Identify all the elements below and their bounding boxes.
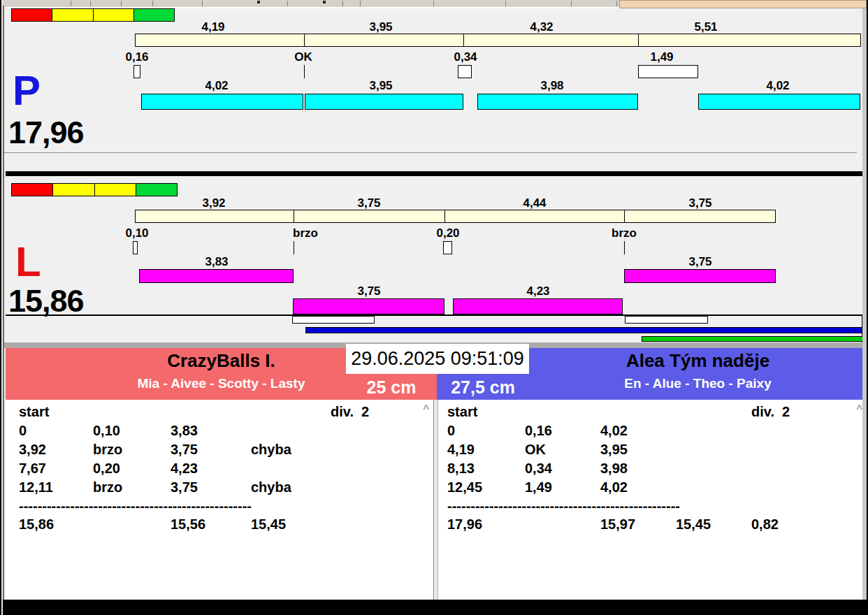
toolbar-separator [571, 1, 572, 6]
toolbar-separator [433, 1, 434, 6]
traffic-light-segment [11, 183, 53, 196]
changeover-outline-rect [625, 316, 708, 324]
dog-run-bar [139, 269, 294, 283]
changeover-marker [443, 241, 452, 254]
scroll-up-icon[interactable]: ^ [856, 403, 862, 414]
lane-total: 15,86 [8, 285, 84, 317]
toolbar-text-remnant [323, 1, 326, 3]
table-cell: 15,56 [171, 516, 205, 532]
dog-time-label: 3,75 [357, 285, 380, 297]
results-table-right: ^ startdiv. 200,164,024,19OK3,958,130,34… [438, 400, 867, 600]
table-cell: 17,96 [447, 516, 482, 532]
changeover-marker [638, 65, 698, 78]
table-cell: 15,86 [19, 516, 54, 532]
jump-height-left: 25 cm [346, 377, 437, 398]
lane-divider [6, 171, 864, 176]
team-name-right: Alea Tým naděje [529, 350, 867, 372]
toolbar-separator [71, 1, 71, 6]
toolbar-separator [121, 1, 122, 6]
lane-total: 17,96 [8, 117, 84, 148]
traffic-light-segment [136, 183, 178, 196]
lane-panel-P: 4,193,954,325,510,16OK0,341,494,023,953,… [0, 7, 868, 171]
changeover-label: 0,20 [436, 227, 459, 239]
dog-run-bar [293, 298, 444, 314]
margin-bar [642, 336, 868, 342]
dog-time-label: 4,02 [766, 80, 789, 92]
changeover-label: 1,49 [650, 51, 673, 63]
split-time-label: 3,95 [369, 21, 392, 33]
dog-time-label: 4,02 [205, 80, 228, 92]
table-cell: 4,02 [600, 479, 628, 495]
dog-run-bar [698, 94, 860, 110]
total-time-bar [305, 327, 862, 333]
traffic-light-segment [11, 8, 52, 22]
team-dogs-right: En - Alue - Theo - Paixy [529, 376, 867, 391]
table-cell: chyba [251, 479, 291, 495]
lane-baseline [1, 152, 857, 153]
split-separator [304, 34, 305, 47]
table-cell: 12,11 [19, 479, 53, 495]
toolbar-separator [342, 1, 343, 6]
table-cell: div. 2 [751, 404, 790, 419]
split-separator [463, 34, 464, 47]
changeover-label: 0,16 [125, 51, 148, 63]
changeover-tick [304, 65, 305, 78]
race-progress-strip [6, 314, 862, 342]
scroll-up-icon[interactable]: ^ [423, 403, 429, 414]
lane-panel-L: 3,923,754,443,750,10brzo0,20brzo3,833,75… [0, 176, 868, 314]
window-border-left-line [3, 6, 4, 600]
split-separator [638, 34, 639, 47]
table-cell: 15,45 [251, 516, 286, 532]
table-cell: brzo [93, 479, 122, 495]
split-time-label: 4,44 [523, 197, 546, 209]
changeover-marker [133, 65, 140, 78]
app-window: 4,193,954,325,510,16OK0,341,494,023,953,… [0, 0, 868, 615]
toolbar-separator [360, 1, 361, 6]
traffic-light-segment [94, 183, 136, 196]
table-cell: 7,67 [19, 461, 46, 476]
changeover-label: brzo [612, 227, 637, 239]
results-table-left: ^ startdiv. 200,103,833,92brzo3,75chyba7… [6, 400, 433, 600]
changeover-outline-rect [292, 316, 375, 324]
split-time-label: 3,92 [202, 197, 225, 209]
changeover-label: 0,34 [454, 51, 477, 63]
table-cell: 1,49 [525, 479, 552, 495]
split-separator [294, 210, 294, 223]
traffic-light-segment [93, 8, 134, 22]
table-dashes: ----------------------------------------… [447, 498, 680, 514]
dog-run-bar [624, 269, 776, 283]
table-cell: start [447, 404, 477, 419]
bottom-bar [0, 600, 868, 615]
toolbar-separator [152, 1, 153, 6]
table-cell: div. 2 [331, 404, 369, 419]
changeover-marker [458, 65, 472, 78]
traffic-light-segment [52, 8, 93, 22]
changeover-label: brzo [293, 227, 318, 239]
dog-run-bar [305, 94, 463, 110]
toolbar-separator [202, 1, 203, 6]
dog-time-label: 3,95 [369, 80, 392, 92]
split-time-label: 3,75 [688, 197, 711, 209]
table-cell: 3,92 [19, 442, 46, 457]
jump-height-right: 27,5 cm [437, 377, 529, 398]
table-cell: 0,20 [93, 461, 120, 476]
toolbar-separator [616, 1, 617, 6]
toolbar-text-remnant [257, 1, 260, 3]
lane-letter: L [15, 241, 41, 283]
split-time-label: 4,32 [530, 21, 553, 33]
table-divider [433, 400, 438, 600]
dog-time-label: 4,23 [526, 285, 549, 297]
table-dashes: ----------------------------------------… [19, 498, 252, 514]
dog-run-bar [141, 94, 303, 110]
table-cell: 8,13 [447, 461, 475, 476]
table-cell: 0,16 [525, 423, 552, 438]
changeover-marker [133, 241, 138, 254]
toolbar-separator [505, 1, 506, 6]
traffic-light-segment [52, 183, 94, 196]
table-cell: 3,98 [600, 461, 628, 476]
dog-run-bar [477, 94, 638, 110]
split-separator [444, 210, 445, 223]
table-cell: 3,75 [171, 442, 198, 457]
table-cell: chyba [251, 442, 291, 457]
table-cell: 0 [447, 423, 455, 438]
